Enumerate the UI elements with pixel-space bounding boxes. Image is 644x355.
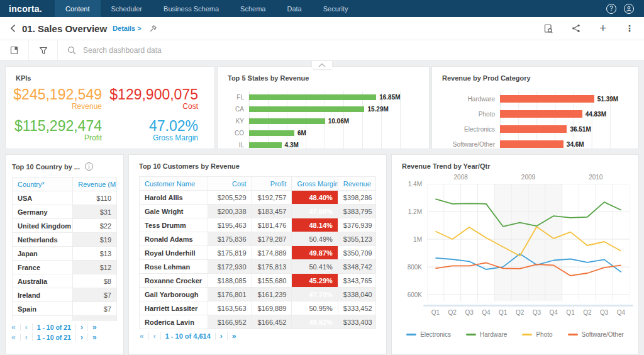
table-row: Royal Underhill$175,819$174,88949.87%$35…: [140, 246, 376, 260]
customers-table: Customer NameCostProfitGross MarginReven…: [129, 176, 386, 329]
country-cell: USA: [13, 191, 73, 205]
more-options-icon[interactable]: ⋮: [625, 23, 634, 33]
bar-value-label: 44.83M: [586, 111, 606, 118]
add-button[interactable]: +: [599, 24, 606, 33]
kpi-cost: $129,900,075Cost: [102, 87, 198, 111]
profile-icon[interactable]: [624, 4, 634, 14]
gross-margin-cell: 47.80%: [292, 205, 338, 218]
pagination-first-button[interactable]: «: [7, 324, 21, 331]
x-tick-label: Q3: [461, 309, 478, 316]
info-icon[interactable]: i: [85, 162, 93, 171]
bar: [500, 110, 582, 118]
revenue-cell: $31: [73, 205, 117, 219]
column-header-revenue[interactable]: Revenue: [338, 177, 375, 191]
legend-item-software-other[interactable]: Software/Other: [568, 331, 624, 338]
pagination-last-button[interactable]: »: [228, 332, 241, 340]
pagination-first-button[interactable]: «: [7, 334, 21, 341]
help-glyph: ?: [609, 5, 613, 12]
legend-swatch: [568, 334, 578, 335]
pagination-prev-button[interactable]: ‹: [21, 334, 33, 341]
pagination-next-button[interactable]: ›: [76, 334, 88, 341]
profit-cell: $179,287: [252, 232, 292, 246]
nav-item-content[interactable]: Content: [55, 0, 101, 17]
bar: [500, 95, 594, 103]
gross-margin-cell: 50.95%: [292, 301, 338, 315]
bar-category-label: Software/Other: [442, 141, 500, 148]
country-cell: Australia: [13, 274, 73, 288]
cost-cell: $195,463: [208, 218, 252, 232]
column-header-gross-margin[interactable]: Gross Margin: [292, 177, 338, 191]
chevron-up-icon: [318, 63, 326, 67]
pagination-first-button[interactable]: «: [135, 332, 149, 340]
pagination-prev-button[interactable]: ‹: [149, 332, 161, 340]
bar-category-label: Hardware: [442, 96, 500, 103]
search-input[interactable]: [82, 45, 346, 55]
revenue-cell: $338,040: [338, 288, 375, 301]
help-icon[interactable]: ?: [606, 4, 616, 14]
customer-name-cell: Tess Drumm: [140, 218, 208, 232]
kpi-label: Cost: [102, 103, 198, 111]
revenue-cell: $7: [73, 302, 117, 316]
prod-category-panel: Revenue by Prod Category Hardware51.39MP…: [431, 66, 639, 149]
bar-track: 51.39M: [500, 91, 628, 106]
document-search-icon: [544, 24, 553, 33]
pagination-next-button[interactable]: ›: [216, 332, 228, 340]
table-row: Tess Drumm$195,463$181,47648.14%$376,939: [140, 218, 376, 232]
revenue-cell: $7: [73, 288, 117, 302]
back-button[interactable]: [10, 24, 16, 33]
states-bar-chart: FL16.85MCA15.29MKY10.06MCO6MIL4.3M: [228, 91, 419, 149]
revenue-cell: $19: [73, 233, 117, 247]
legend-item-electronics[interactable]: Electronics: [406, 331, 451, 338]
bar-category-label: CA: [228, 106, 249, 113]
pagination: «‹1 - 10 of 4,614›»: [129, 329, 386, 340]
pagination-last-button[interactable]: »: [88, 334, 101, 341]
bar-category-label: IL: [228, 142, 249, 149]
column-header-cost[interactable]: Cost: [208, 177, 252, 191]
x-tick-label: Q2: [444, 309, 461, 316]
insights-report-icon[interactable]: [544, 24, 553, 33]
bar-row-photo: Photo44.83M: [442, 106, 628, 121]
legend-label: Photo: [536, 331, 552, 338]
column-header-profit[interactable]: Profit: [252, 177, 292, 191]
profit-cell: $181,476: [252, 218, 292, 232]
column-header-revenue-m[interactable]: Revenue (M): [73, 178, 117, 191]
legend-item-hardware[interactable]: Hardware: [466, 331, 507, 338]
panels-row-1: KPIs $245,192,549Revenue$129,900,075Cost…: [5, 66, 639, 149]
bar-category-label: Electronics: [442, 126, 500, 133]
details-link[interactable]: Details >: [113, 25, 142, 32]
legend-label: Software/Other: [582, 331, 624, 338]
nav-item-business-schema[interactable]: Business Schema: [153, 0, 230, 17]
nav-item-data[interactable]: Data: [276, 0, 312, 17]
nav-item-scheduler[interactable]: Scheduler: [101, 0, 153, 17]
legend-item-photo[interactable]: Photo: [522, 331, 552, 338]
revenue-cell: $12: [73, 261, 117, 274]
pin-icon[interactable]: [149, 25, 157, 33]
column-header-country[interactable]: Country*: [13, 178, 73, 191]
kpi-gross-margin: 47.02%Gross Margin: [102, 118, 198, 142]
profit-cell: $161,239: [252, 288, 292, 301]
country-cell: Germany: [13, 205, 73, 219]
bar: [500, 140, 564, 148]
revenue-cell: $350,709: [338, 246, 375, 260]
customer-name-cell: Harriett Lassiter: [140, 301, 208, 315]
filter-icon[interactable]: [29, 40, 58, 60]
bookmarks-panel-icon[interactable]: [0, 40, 29, 60]
gross-margin-cell: 50.41%: [292, 260, 338, 274]
nav-item-security[interactable]: Security: [313, 0, 359, 17]
pagination-prev-button[interactable]: ‹: [21, 324, 33, 331]
x-tick-label: Q3: [596, 309, 613, 316]
gross-margin-cell: 48.14%: [292, 218, 338, 232]
pagination-next-button[interactable]: ›: [76, 324, 88, 331]
x-axis-bar[interactable]: [423, 305, 633, 307]
y-tick-label: 1.4M: [393, 181, 422, 188]
revenue-cell: $355,123: [338, 232, 375, 246]
pagination-last-button[interactable]: »: [88, 324, 101, 331]
bar-value-label: 15.29M: [367, 106, 388, 113]
person-icon: [626, 6, 632, 12]
collapse-filters-button[interactable]: [312, 61, 332, 69]
share-icon[interactable]: [572, 24, 580, 33]
nav-item-schema[interactable]: Schema: [230, 0, 276, 17]
bar-value-label: 51.39M: [597, 96, 618, 103]
column-header-customer-name[interactable]: Customer Name: [140, 177, 208, 191]
table-row: Roderica Lavin$166,952$166,45249.92%$333…: [140, 315, 376, 329]
